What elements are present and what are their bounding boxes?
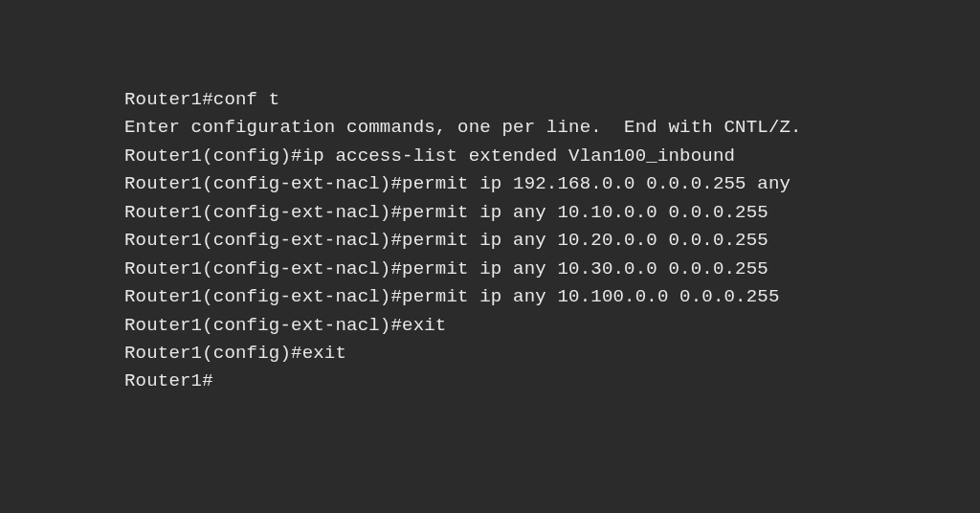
terminal-output[interactable]: Router1#conf t Enter configuration comma… bbox=[124, 86, 980, 396]
terminal-line: Router1(config-ext-nacl)#exit bbox=[124, 312, 980, 340]
terminal-line: Router1(config-ext-nacl)#permit ip any 1… bbox=[124, 283, 980, 311]
terminal-line: Router1(config-ext-nacl)#permit ip 192.1… bbox=[124, 170, 980, 198]
terminal-line: Router1(config)#exit bbox=[124, 340, 980, 368]
terminal-line: Router1#conf t bbox=[124, 86, 980, 114]
terminal-line: Router1(config-ext-nacl)#permit ip any 1… bbox=[124, 227, 980, 255]
terminal-line: Router1(config-ext-nacl)#permit ip any 1… bbox=[124, 199, 980, 227]
terminal-line: Router1(config-ext-nacl)#permit ip any 1… bbox=[124, 256, 980, 283]
terminal-line: Router1# bbox=[124, 368, 980, 395]
terminal-line: Router1(config)#ip access-list extended … bbox=[124, 143, 980, 170]
terminal-line: Enter configuration commands, one per li… bbox=[124, 114, 980, 142]
